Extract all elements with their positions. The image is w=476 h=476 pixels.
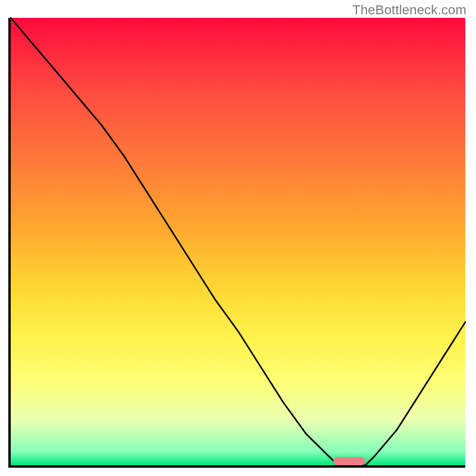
optimal-range-marker bbox=[333, 457, 365, 465]
curve-path bbox=[11, 18, 465, 465]
watermark-text: TheBottleneck.com bbox=[352, 2, 466, 18]
y-axis bbox=[8, 18, 11, 468]
bottleneck-curve bbox=[11, 18, 465, 465]
x-axis bbox=[8, 465, 465, 468]
chart-plot-area bbox=[11, 18, 465, 465]
